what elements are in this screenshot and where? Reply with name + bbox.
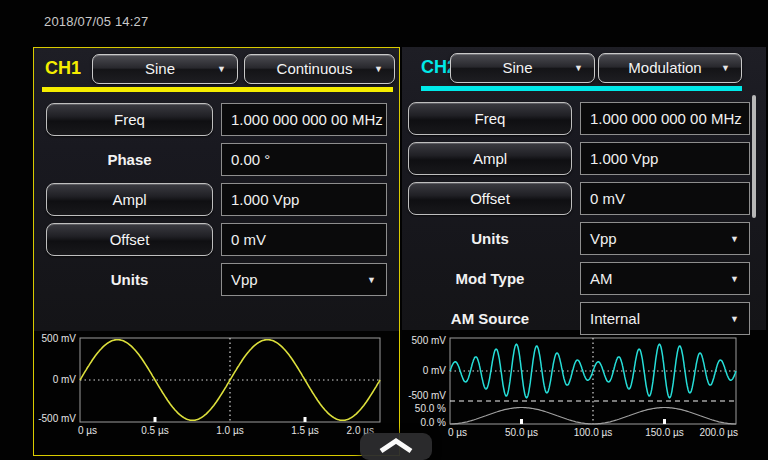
ch2-row-ampl: Ampl1.000 Vpp: [402, 142, 766, 175]
ch2-mod-type-label: Mod Type: [408, 262, 572, 295]
function-generator-screen: 2018/07/05 14:27 CH1 Sine ▼ Continuous ▼…: [0, 0, 768, 460]
ch1-phase-value-text: 0.00 °: [231, 151, 270, 168]
chevron-down-icon: ▼: [730, 264, 739, 295]
expand-chevron-button[interactable]: [360, 433, 432, 460]
svg-text:-500 mV: -500 mV: [408, 390, 446, 401]
svg-text:500 mV: 500 mV: [42, 333, 77, 344]
ch1-row-ampl: Ampl1.000 Vpp: [34, 183, 399, 216]
ch2-freq-value[interactable]: 1.000 000 000 00 MHz: [580, 102, 750, 135]
ch2-row-freq: Freq1.000 000 000 00 MHz: [402, 102, 766, 135]
svg-text:0 mV: 0 mV: [53, 374, 77, 385]
ch1-row-freq: Freq1.000 000 000 00 MHz: [34, 103, 399, 136]
chevron-down-icon: ▼: [730, 224, 739, 255]
svg-text:150.0 µs: 150.0 µs: [645, 427, 684, 438]
svg-text:-500 mV: -500 mV: [38, 413, 76, 424]
ch2-ampl-button[interactable]: Ampl: [408, 142, 572, 175]
chevron-down-icon: ▼: [217, 55, 226, 83]
ch1-freq-value[interactable]: 1.000 000 000 00 MHz: [221, 103, 387, 136]
svg-text:50.0 %: 50.0 %: [415, 403, 446, 414]
ch2-ampl-value-text: 1.000 Vpp: [590, 150, 658, 167]
ch2-units-value-text: Vpp: [590, 230, 617, 247]
svg-text:0 µs: 0 µs: [448, 427, 467, 438]
ch2-scrollbar-thumb[interactable]: [752, 95, 756, 218]
ch2-waveform-value: Sine: [463, 54, 572, 82]
ch1-freq-value-text: 1.000 000 000 00 MHz: [231, 111, 383, 128]
ch2-offset-value-text: 0 mV: [590, 190, 625, 207]
ch2-waveform-preview: 500 mV0 mV-500 mV50.0 %0.0 %0 µs50.0 µs1…: [396, 330, 768, 454]
statusbar-datetime: 2018/07/05 14:27: [44, 14, 148, 32]
svg-text:50.0 µs: 50.0 µs: [505, 427, 538, 438]
svg-text:0 µs: 0 µs: [78, 425, 97, 436]
ch2-row-units: UnitsVpp▼: [402, 222, 766, 255]
ch1-ampl-value[interactable]: 1.000 Vpp: [221, 183, 387, 216]
ch1-mode-value: Continuous: [257, 55, 372, 83]
svg-text:1.0 µs: 1.0 µs: [216, 425, 243, 436]
ch1-offset-value[interactable]: 0 mV: [221, 223, 387, 256]
chevron-down-icon: ▼: [374, 55, 383, 83]
ch1-waveform-preview: 500 mV0 mV-500 mV0 µs0.5 µs1.0 µs1.5 µs2…: [36, 330, 396, 450]
ch1-units-label: Units: [46, 263, 213, 296]
ch1-units-dropdown[interactable]: Vpp▼: [221, 263, 387, 296]
ch2-mod-type-dropdown[interactable]: AM▼: [580, 262, 750, 295]
ch1-ampl-value-text: 1.000 Vpp: [231, 191, 299, 208]
ch2-parameter-rows: Freq1.000 000 000 00 MHzAmpl1.000 VppOff…: [402, 102, 766, 330]
ch2-mode-dropdown[interactable]: Modulation ▼: [598, 53, 742, 83]
chevron-down-icon: ▼: [721, 54, 730, 82]
ch2-waveform-dropdown[interactable]: Sine ▼: [450, 53, 595, 83]
ch2-header: CH2 Sine ▼ Modulation ▼: [402, 53, 766, 85]
ch1-phase-value[interactable]: 0.00 °: [221, 143, 387, 176]
ch1-row-phase: Phase0.00 °: [34, 143, 399, 176]
ch1-parameter-rows: Freq1.000 000 000 00 MHzPhase0.00 °Ampl1…: [34, 103, 399, 331]
ch1-accent-bar: [42, 87, 393, 92]
ch1-freq-button[interactable]: Freq: [46, 103, 213, 136]
ch1-waveform-dropdown[interactable]: Sine ▼: [92, 54, 238, 84]
ch2-mode-value: Modulation: [611, 54, 719, 82]
ch1-row-offset: Offset0 mV: [34, 223, 399, 256]
chevron-down-icon: ▼: [367, 265, 376, 296]
ch2-mod-type-value-text: AM: [590, 270, 613, 287]
ch1-offset-value-text: 0 mV: [231, 231, 266, 248]
ch2-units-dropdown[interactable]: Vpp▼: [580, 222, 750, 255]
svg-text:100.0 µs: 100.0 µs: [574, 427, 613, 438]
ch2-offset-value[interactable]: 0 mV: [580, 182, 750, 215]
ch1-phase-label: Phase: [46, 143, 213, 176]
svg-text:200.0 µs: 200.0 µs: [699, 427, 738, 438]
chevron-down-icon: ▼: [574, 54, 583, 82]
ch2-freq-value-text: 1.000 000 000 00 MHz: [590, 110, 742, 127]
ch2-accent-bar: [421, 86, 742, 91]
svg-text:500 mV: 500 mV: [412, 335, 447, 346]
ch2-freq-button[interactable]: Freq: [408, 102, 572, 135]
ch2-units-label: Units: [408, 222, 572, 255]
ch1-mode-dropdown[interactable]: Continuous ▼: [244, 54, 395, 84]
ch2-ampl-value[interactable]: 1.000 Vpp: [580, 142, 750, 175]
ch2-row-offset: Offset0 mV: [402, 182, 766, 215]
svg-text:0.0 %: 0.0 %: [420, 417, 446, 428]
ch1-label: CH1: [45, 58, 81, 79]
ch1-waveform-value: Sine: [105, 55, 215, 83]
svg-text:0 mV: 0 mV: [423, 365, 447, 376]
ch2-row-mod-type: Mod TypeAM▼: [402, 262, 766, 295]
ch1-offset-button[interactable]: Offset: [46, 223, 213, 256]
ch2-offset-button[interactable]: Offset: [408, 182, 572, 215]
ch1-units-value-text: Vpp: [231, 271, 258, 288]
ch1-ampl-button[interactable]: Ampl: [46, 183, 213, 216]
ch2-am-source-value-text: Internal: [590, 310, 640, 327]
svg-text:0.5 µs: 0.5 µs: [141, 425, 168, 436]
ch1-row-units: UnitsVpp▼: [34, 263, 399, 296]
ch1-header: CH1 Sine ▼ Continuous ▼: [34, 54, 399, 86]
chevron-up-icon: [360, 433, 432, 460]
svg-text:1.5 µs: 1.5 µs: [291, 425, 318, 436]
